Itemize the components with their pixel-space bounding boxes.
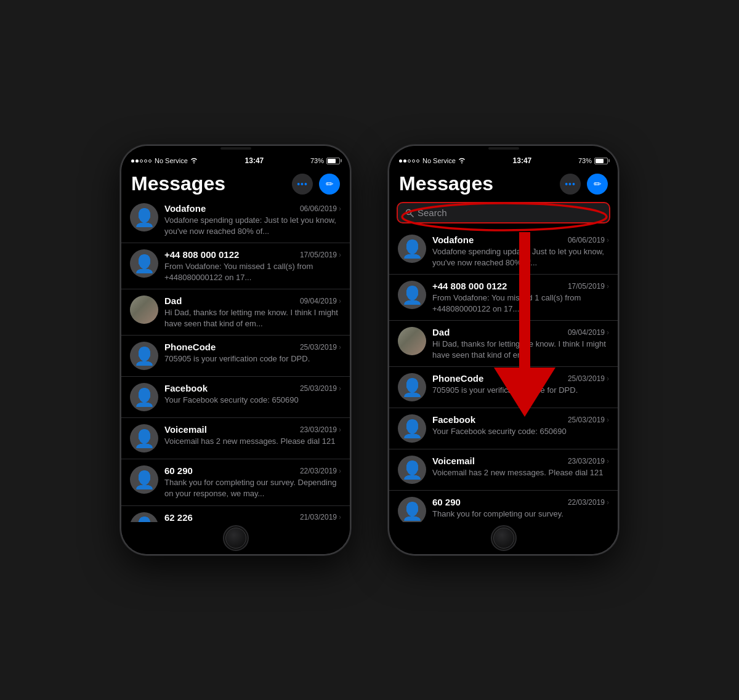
status-right-left: 73% (310, 157, 340, 164)
more-button-right[interactable]: ••• (560, 174, 581, 195)
list-item[interactable]: 👤 +44 808 000 0122 17/05/2019 › From Vod… (389, 275, 618, 321)
avatar (398, 327, 426, 355)
list-item[interactable]: Dad 09/04/2019 › Hi Dad, thanks for lett… (121, 289, 350, 336)
iphone-left: No Service 13:47 73% (120, 145, 351, 555)
message-preview: Thank you for completing our survey. Dep… (164, 477, 341, 499)
message-header-row: PhoneCode 25/03/2019 › (432, 373, 609, 384)
messages-title-right: Messages (399, 173, 493, 195)
message-header-row: 62 226 21/03/2019 › (164, 512, 341, 522)
person-icon: 👤 (134, 428, 155, 449)
list-item[interactable]: 👤 Facebook 25/03/2019 › Your Facebook se… (389, 408, 618, 449)
app-header-right: Messages ••• ✏ (389, 168, 618, 197)
search-icon (405, 209, 414, 217)
sender-name: +44 808 000 0122 (432, 281, 507, 291)
message-date: 23/03/2019 › (300, 425, 341, 434)
status-right-right: 73% (578, 157, 608, 164)
avatar: 👤 (130, 249, 158, 278)
dots-icon-left: ••• (297, 180, 308, 188)
message-content: Facebook 25/03/2019 › Your Facebook secu… (432, 414, 609, 437)
message-list-left: 👤 Vodafone 06/06/2019 › Vodafone spendin… (121, 197, 350, 522)
message-content: 62 226 21/03/2019 › (164, 512, 341, 522)
speaker-right (488, 147, 519, 150)
sender-name: Dad (432, 327, 450, 337)
search-placeholder: Search (418, 207, 447, 218)
more-button-left[interactable]: ••• (292, 174, 313, 195)
home-button-left[interactable] (223, 525, 249, 551)
battery-percent-left: 73% (310, 157, 324, 164)
sender-name: 62 226 (164, 512, 193, 522)
list-item[interactable]: 👤 62 226 21/03/2019 › (121, 506, 350, 522)
svg-line-1 (411, 214, 413, 217)
list-item[interactable]: 👤 Vodafone 06/06/2019 › Vodafone spendin… (121, 197, 350, 243)
person-icon: 👤 (402, 239, 423, 259)
message-preview: Vodafone spending update: Just to let yo… (432, 246, 609, 268)
search-bar[interactable]: Search (397, 202, 610, 223)
message-content: Voicemail 23/03/2019 › Voicemail has 2 n… (164, 424, 341, 447)
sender-name: PhoneCode (432, 373, 483, 384)
avatar: 👤 (398, 235, 426, 263)
message-header-row: Facebook 25/03/2019 › (164, 383, 341, 393)
message-content: Dad 09/04/2019 › Hi Dad, thanks for lett… (432, 327, 609, 360)
person-icon: 👤 (402, 285, 423, 305)
message-preview: Voicemail has 2 new messages. Please dia… (432, 467, 609, 478)
person-icon: 👤 (134, 254, 155, 274)
person-icon: 👤 (402, 419, 423, 439)
app-header-left: Messages ••• ✏ (121, 168, 350, 197)
list-item[interactable]: 👤 PhoneCode 25/03/2019 › 705905 is your … (389, 367, 618, 408)
avatar: 👤 (130, 424, 158, 453)
top-bar-left (121, 146, 350, 151)
message-date: 17/05/2019 › (300, 251, 341, 259)
message-date: 06/06/2019 › (568, 236, 609, 244)
list-item[interactable]: 👤 +44 808 000 0122 17/05/2019 › From Vod… (121, 243, 350, 289)
sender-name: Vodafone (432, 235, 474, 245)
message-date: 25/03/2019 › (300, 384, 341, 393)
signal-dot-5 (148, 159, 151, 163)
list-item[interactable]: 👤 Vodafone 06/06/2019 › Vodafone spendin… (389, 228, 618, 275)
message-content: Facebook 25/03/2019 › Your Facebook secu… (164, 383, 341, 406)
home-button-right[interactable] (491, 525, 517, 551)
status-bar-left: No Service 13:47 73% (121, 151, 350, 168)
message-date: 17/05/2019 › (568, 282, 609, 291)
message-date: 09/04/2019 › (300, 297, 341, 305)
signal-dot-r4 (412, 159, 415, 163)
screen-left: No Service 13:47 73% (121, 146, 350, 554)
header-row-right: Messages ••• ✏ (399, 173, 608, 195)
message-header-row: 60 290 22/03/2019 › (432, 497, 609, 507)
home-button-inner-right (493, 528, 514, 549)
sender-name: +44 808 000 0122 (164, 249, 239, 260)
sender-name: Facebook (164, 383, 208, 393)
signal-dot-4 (144, 159, 147, 163)
person-icon: 👤 (134, 516, 155, 522)
avatar: 👤 (398, 414, 426, 443)
message-content: Voicemail 23/03/2019 › Voicemail has 2 n… (432, 456, 609, 478)
battery-left (326, 158, 340, 164)
message-header-row: 60 290 22/03/2019 › (164, 465, 341, 476)
list-item[interactable]: 👤 PhoneCode 25/03/2019 › 705905 is your … (121, 336, 350, 377)
home-button-area-left (121, 522, 350, 554)
message-content: PhoneCode 25/03/2019 › 705905 is your ve… (432, 373, 609, 396)
compose-button-right[interactable]: ✏ (587, 174, 608, 195)
battery-right (594, 158, 608, 164)
list-item[interactable]: 👤 60 290 22/03/2019 › Thank you for comp… (121, 459, 350, 505)
avatar: 👤 (398, 373, 426, 401)
list-item[interactable]: 👤 Facebook 25/03/2019 › Your Facebook se… (121, 377, 350, 418)
list-item[interactable]: Dad 09/04/2019 › Hi Dad, thanks for lett… (389, 321, 618, 367)
list-item[interactable]: 👤 Voicemail 23/03/2019 › Voicemail has 2… (121, 418, 350, 459)
message-preview: 705905 is your verification code for DPD… (432, 385, 609, 396)
list-item[interactable]: 👤 Voicemail 23/03/2019 › Voicemail has 2… (389, 449, 618, 491)
signal-dots-right (399, 159, 419, 163)
message-preview: Thank you for completing our survey. (432, 509, 609, 520)
signal-dot-r5 (416, 159, 419, 163)
time-right: 13:47 (513, 156, 532, 165)
person-icon: 👤 (134, 346, 155, 366)
compose-button-left[interactable]: ✏ (319, 174, 340, 195)
sender-name: Facebook (432, 414, 475, 425)
list-item[interactable]: 👤 60 290 22/03/2019 › Thank you for comp… (389, 491, 618, 522)
message-preview: Vodafone spending update: Just to let yo… (164, 215, 341, 236)
message-list-right: 👤 Vodafone 06/06/2019 › Vodafone spendin… (389, 228, 618, 522)
status-bar-right: No Service 13:47 73% (389, 151, 618, 168)
home-button-inner-left (225, 528, 246, 549)
message-content: 60 290 22/03/2019 › Thank you for comple… (432, 497, 609, 520)
message-header-row: Voicemail 23/03/2019 › (432, 456, 609, 466)
compose-icon-left: ✏ (326, 179, 334, 190)
